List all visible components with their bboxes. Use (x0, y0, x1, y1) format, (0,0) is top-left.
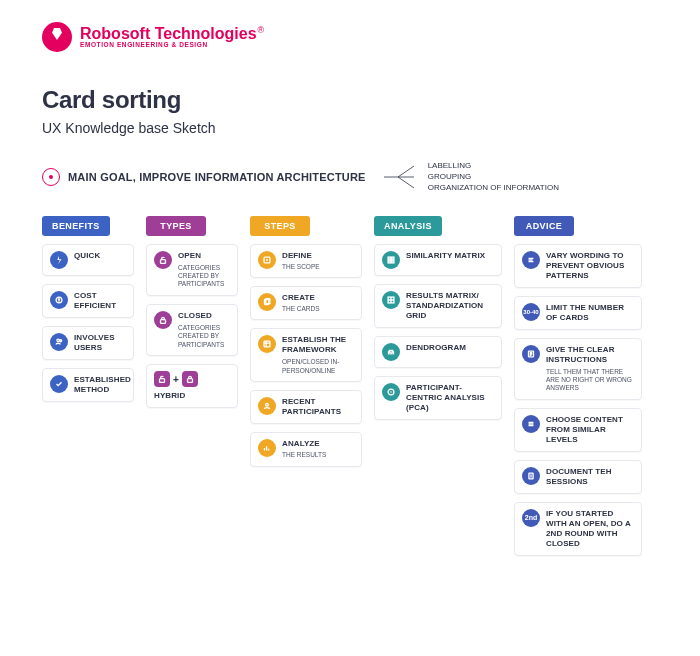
main-goal-text: MAIN GOAL, IMPROVE INFORMATION ARCHITECT… (68, 171, 366, 183)
advice-card: VARY WORDING TO PREVENT OBVIOUS PATTERNS (514, 244, 642, 288)
brand-logo: Robosoft Technologies® EMOTION ENGINEERI… (42, 22, 658, 52)
card-title: RECENT PARTICIPANTS (282, 397, 354, 417)
card-title: DOCUMENT TEH SESSIONS (546, 467, 634, 487)
framework-icon (258, 335, 276, 353)
lock-icon (182, 371, 198, 387)
card-title: RESULTS MATRIX/ STANDARDIZATION GRID (406, 291, 494, 321)
card-title: CHOOSE CONTENT FROM SIMILAR LEVELS (546, 415, 634, 445)
card-sub: CATEGORIES CREATED BY PARTICIPANTS (178, 264, 230, 289)
svg-point-2 (60, 339, 62, 341)
svg-rect-12 (388, 257, 394, 263)
svg-rect-6 (187, 379, 192, 383)
advice-card: 30-40 LIMIT THE NUMBER OF CARDS (514, 296, 642, 330)
advice-card: CHOOSE CONTENT FROM SIMILAR LEVELS (514, 408, 642, 452)
card-sub: THE SCOPE (282, 263, 320, 271)
unlock-icon (154, 251, 172, 269)
card-title: CREATE (282, 293, 320, 303)
page-subtitle: UX Knowledge base Sketch (42, 120, 658, 136)
levels-icon (522, 415, 540, 433)
card-sub: TELL THEM THAT THERE ARE NO RIGHT OR WRO… (546, 368, 634, 393)
goal-items-list: LABELLING GROUPING ORGANIZATION OF INFOR… (428, 160, 559, 194)
svg-point-15 (390, 391, 392, 393)
plus-icon: + (173, 374, 179, 385)
participants-icon (258, 397, 276, 415)
svg-rect-10 (264, 342, 270, 348)
card-title: HYBRID (154, 391, 198, 401)
card-title: INVOLVES USERS (74, 333, 126, 353)
limit-icon: 30-40 (522, 303, 540, 321)
target-icon (42, 168, 60, 186)
advice-card: GIVE THE CLEAR INSTRUCTIONS TELL THEM TH… (514, 338, 642, 400)
scope-icon (258, 251, 276, 269)
card-title: PARTICIPANT-CENTRIC ANALYSIS (PCA) (406, 383, 494, 413)
card-title: DEFINE (282, 251, 320, 261)
column-header-analysis: ANALYSIS (374, 216, 442, 236)
goal-item: GROUPING (428, 171, 559, 182)
advice-card: 2nd IF YOU STARTED WITH AN OPEN, DO A 2N… (514, 502, 642, 556)
column-benefits: BENEFITS QUICK COST EFFICIENT INVOLVES U… (42, 216, 134, 402)
card-title: OPEN (178, 251, 230, 261)
document-icon (522, 467, 540, 485)
benefit-card: INVOLVES USERS (42, 326, 134, 360)
card-title: CLOSED (178, 311, 230, 321)
step-card: DEFINE THE SCOPE (250, 244, 362, 278)
second-round-icon: 2nd (522, 509, 540, 527)
unlock-icon (154, 371, 170, 387)
step-card: ANALYZE THE RESULTS (250, 432, 362, 466)
bolt-icon (50, 251, 68, 269)
analysis-card: RESULTS MATRIX/ STANDARDIZATION GRID (374, 284, 502, 328)
benefit-card: COST EFFICIENT (42, 284, 134, 318)
analysis-card: PARTICIPANT-CENTRIC ANALYSIS (PCA) (374, 376, 502, 420)
column-header-advice: ADVICE (514, 216, 574, 236)
main-goal-row: MAIN GOAL, IMPROVE INFORMATION ARCHITECT… (42, 160, 658, 194)
card-title: DENDROGRAM (406, 343, 466, 353)
svg-point-11 (266, 404, 269, 407)
logo-title: Robosoft Technologies (80, 25, 257, 42)
benefit-card: ESTABLISHED METHOD (42, 368, 134, 402)
card-title: ANALYZE (282, 439, 326, 449)
analyze-icon (258, 439, 276, 457)
card-title: VARY WORDING TO PREVENT OBVIOUS PATTERNS (546, 251, 634, 281)
svg-rect-5 (160, 379, 165, 383)
pca-icon (382, 383, 400, 401)
goal-item: ORGANIZATION OF INFORMATION (428, 182, 559, 193)
svg-rect-3 (161, 259, 166, 263)
card-title: IF YOU STARTED WITH AN OPEN, DO A 2ND RO… (546, 509, 634, 549)
type-card: OPEN CATEGORIES CREATED BY PARTICIPANTS (146, 244, 238, 296)
column-advice: ADVICE VARY WORDING TO PREVENT OBVIOUS P… (514, 216, 642, 556)
card-sub: THE RESULTS (282, 451, 326, 459)
lock-icon (154, 311, 172, 329)
check-icon (50, 375, 68, 393)
card-sub: CATEGORIES CREATED BY PARTICIPANTS (178, 324, 230, 349)
bracket-icon (382, 162, 416, 192)
type-card: + HYBRID (146, 364, 238, 408)
coin-icon (50, 291, 68, 309)
users-icon (50, 333, 68, 351)
type-card: CLOSED CATEGORIES CREATED BY PARTICIPANT… (146, 304, 238, 356)
card-sub: OPEN/CLOSED IN-PERSON/ONLINE (282, 358, 354, 375)
card-title: QUICK (74, 251, 100, 261)
card-sub: THE CARDS (282, 305, 320, 313)
dendrogram-icon (382, 343, 400, 361)
card-title: SIMILARITY MATRIX (406, 251, 485, 261)
card-title: ESTABLISH THE FRAMEWORK (282, 335, 354, 355)
column-types: TYPES OPEN CATEGORIES CREATED BY PARTICI… (146, 216, 238, 409)
card-title: LIMIT THE NUMBER OF CARDS (546, 303, 634, 323)
text-icon (522, 251, 540, 269)
cards-icon (258, 293, 276, 311)
goal-item: LABELLING (428, 160, 559, 171)
grid-icon (382, 291, 400, 309)
matrix-icon (382, 251, 400, 269)
advice-card: DOCUMENT TEH SESSIONS (514, 460, 642, 494)
column-header-types: TYPES (146, 216, 206, 236)
card-title: GIVE THE CLEAR INSTRUCTIONS (546, 345, 634, 365)
analysis-card: SIMILARITY MATRIX (374, 244, 502, 276)
step-card: CREATE THE CARDS (250, 286, 362, 320)
svg-point-1 (57, 339, 60, 342)
step-card: RECENT PARTICIPANTS (250, 390, 362, 424)
card-title: COST EFFICIENT (74, 291, 126, 311)
svg-rect-17 (529, 473, 533, 479)
instructions-icon (522, 345, 540, 363)
logo-mark-icon (42, 22, 72, 52)
card-title: ESTABLISHED METHOD (74, 375, 126, 395)
